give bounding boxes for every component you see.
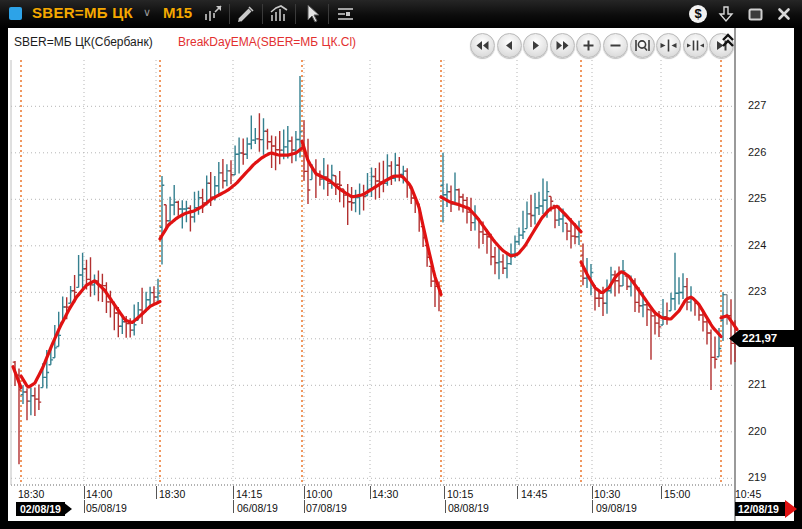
toolbar-separator (295, 4, 296, 24)
time-tick-mark (592, 486, 593, 499)
window-controls: $ (689, 0, 794, 28)
cursor-icon[interactable] (299, 2, 325, 26)
ema-line-07-08-19 (302, 141, 441, 294)
time-tick-mark (233, 486, 234, 499)
scroll-fast-left-button[interactable] (470, 33, 495, 58)
date-tick-label: 05/08/19 (86, 502, 127, 514)
date-tick-mark (84, 500, 85, 513)
price-bars-09-08-19 (581, 244, 722, 390)
time-tick-mark (661, 486, 662, 499)
price-bars-06-08-19 (160, 76, 303, 264)
time-tick-label: 10:45 (735, 488, 761, 500)
time-tick-label: 10:30 (594, 488, 620, 500)
price-tick-label: 224 (748, 239, 766, 251)
last-date-marker: 12/08/19 (735, 502, 788, 516)
price-chart-svg[interactable] (8, 28, 794, 521)
zoom-in-button[interactable] (576, 33, 601, 58)
ema-line-05-08-19 (21, 281, 160, 387)
scroll-right-button[interactable] (523, 33, 548, 58)
date-tick-label: 08/08/19 (448, 502, 489, 514)
title-bar: SBER=МБ ЦК ∨ M15 $ (0, 0, 802, 28)
chart-panel: 22722622522422322222122021918:3014:0018:… (8, 28, 794, 521)
scroll-fast-right-button[interactable] (550, 33, 575, 58)
price-bars-08-08-19 (441, 153, 582, 279)
zoom-out-button[interactable] (603, 33, 628, 58)
toolbar-separator (229, 4, 230, 24)
chevron-down-icon[interactable]: ∨ (143, 6, 151, 19)
time-gridlines (84, 60, 661, 485)
dollar-icon[interactable]: $ (689, 5, 707, 23)
date-tick-mark (592, 500, 593, 513)
price-tick-label: 220 (748, 425, 766, 437)
price-bars-05-08-19 (21, 253, 161, 420)
first-date-marker: 02/08/19 (16, 502, 65, 516)
price-tick-label: 226 (748, 146, 766, 158)
time-tick-label: 10:00 (306, 488, 332, 500)
price-tick-label: 225 (748, 192, 766, 204)
time-tick-label: 18:30 (18, 488, 44, 500)
chart-header-indicator[interactable]: BreakDayEMA(SBER=МБ ЦК.Cl) (178, 35, 356, 49)
date-tick-mark (304, 500, 305, 513)
instrument-title[interactable]: SBER=МБ ЦК (32, 4, 133, 21)
time-tick-mark (517, 486, 518, 499)
time-tick-label: 15:00 (664, 488, 690, 500)
ema-line-02-08-19 (13, 367, 21, 388)
time-tick-label: 10:15 (447, 488, 473, 500)
price-tick-label: 219 (748, 471, 766, 483)
day-separator-lines (21, 60, 721, 485)
chart-nav-buttons (470, 33, 734, 57)
download-arrow-icon[interactable] (716, 4, 736, 24)
toolbar-separator (328, 4, 329, 24)
date-tick-label: 09/08/19 (596, 502, 637, 514)
time-tick-mark (370, 486, 371, 499)
price-tick-label: 223 (748, 285, 766, 297)
date-tick-label: 07/08/19 (306, 502, 347, 514)
draw-icon[interactable] (233, 2, 259, 26)
plot-area[interactable] (8, 28, 794, 521)
timeframe-label[interactable]: M15 (163, 4, 192, 21)
time-tick-label: 14:15 (236, 488, 262, 500)
time-tick-label: 14:00 (86, 488, 112, 500)
levels-icon[interactable] (332, 2, 358, 26)
price-tick-label: 227 (748, 99, 766, 111)
time-tick-mark (444, 486, 445, 499)
chart-header-instrument[interactable]: SBER=МБ ЦК(Сбербанк) (14, 35, 153, 49)
compress-bars-button[interactable] (683, 33, 708, 58)
time-tick-mark (156, 486, 157, 499)
close-icon[interactable] (774, 4, 794, 24)
window-icon (9, 7, 22, 20)
maximize-icon[interactable] (745, 4, 765, 24)
time-tick-label: 18:30 (159, 488, 185, 500)
bar-interval-icon[interactable] (200, 2, 226, 26)
toolbar-separator (262, 4, 263, 24)
last-date-marker-arrow (785, 500, 797, 518)
zoom-box-button[interactable] (630, 33, 655, 58)
first-date-marker-arrow (63, 502, 72, 516)
chart-toolbar (200, 0, 358, 28)
time-tick-label: 14:45 (521, 488, 547, 500)
price-tick-label: 221 (748, 378, 766, 390)
indicator-icon[interactable] (266, 2, 292, 26)
last-price-marker: 221,97 (729, 330, 802, 347)
scroll-left-button[interactable] (497, 33, 522, 58)
date-tick-label: 06/08/19 (237, 502, 278, 514)
time-tick-mark (84, 486, 85, 499)
price-gridlines (11, 106, 735, 485)
compress-horizontal-button[interactable] (656, 33, 681, 58)
time-tick-mark (304, 486, 305, 499)
trading-terminal-window: { "titlebar": { "title": "SBER=МБ ЦК", "… (0, 0, 802, 529)
date-tick-mark (233, 500, 234, 513)
time-tick-label: 14:30 (372, 488, 398, 500)
date-tick-mark (445, 500, 446, 513)
collapse-panel-icon[interactable] (721, 33, 735, 48)
